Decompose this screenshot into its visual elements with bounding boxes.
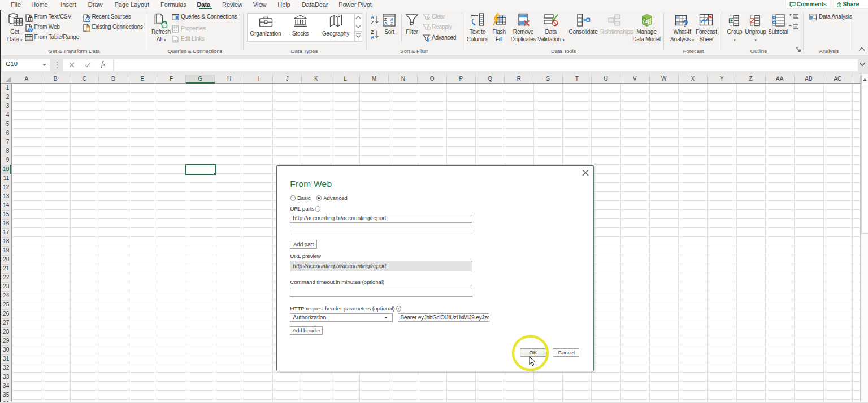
svg-text:Z: Z [390,21,393,25]
svg-text:?: ? [683,19,688,29]
svg-text:{J}: {J} [643,19,650,24]
svg-text:Z: Z [371,20,374,25]
svg-text:A: A [371,34,374,40]
svg-text:A: A [384,21,387,25]
svg-text:Z: Z [384,17,387,21]
svg-text:A: A [390,17,393,21]
